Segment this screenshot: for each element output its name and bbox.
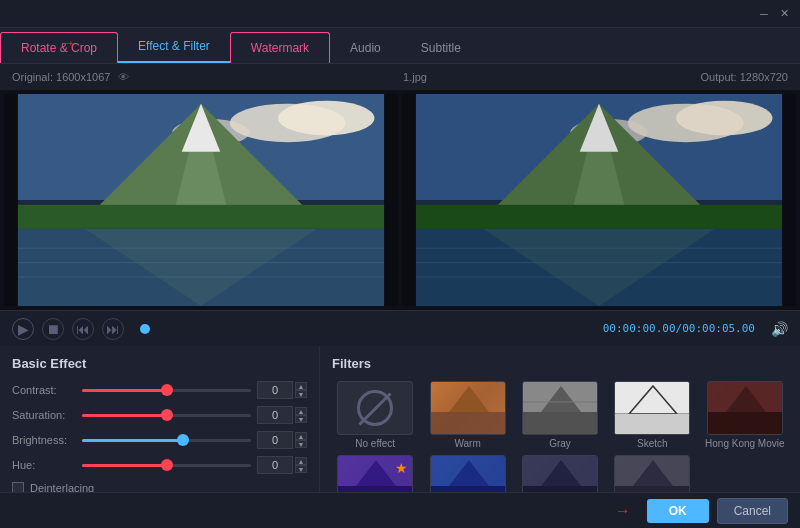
saturation-value[interactable] — [257, 406, 293, 424]
ok-arrow-indicator: → — [615, 502, 631, 520]
output-preview — [402, 94, 796, 306]
filename: 1.jpg — [129, 71, 700, 83]
stop-button[interactable]: ⏹ — [42, 318, 64, 340]
progress-indicator[interactable] — [140, 324, 150, 334]
hue-label: Hue: — [12, 459, 82, 471]
brightness-row: Brightness: ▲ ▼ — [12, 431, 307, 449]
right-video-panel — [402, 94, 796, 306]
no-effect-icon — [357, 390, 393, 426]
basic-effect-title: Basic Effect — [12, 356, 307, 371]
filter-warm[interactable]: Warm — [424, 381, 510, 449]
warm-preview — [431, 382, 506, 435]
ok-button[interactable]: OK — [647, 499, 709, 523]
filter-no-effect[interactable]: No effect — [332, 381, 418, 449]
tab-effect-filter[interactable]: Effect & Filter — [118, 31, 230, 63]
cancel-button[interactable]: Cancel — [717, 498, 788, 524]
close-button[interactable]: ✕ — [776, 6, 792, 22]
contrast-thumb[interactable] — [161, 384, 173, 396]
svg-rect-8 — [18, 205, 384, 229]
hue-spinner: ▲ ▼ — [295, 457, 307, 473]
time-display: 00:00:00.00/00:00:05.00 — [603, 322, 755, 335]
filter-sketch-thumb — [614, 381, 690, 435]
contrast-up[interactable]: ▲ — [295, 382, 307, 390]
brightness-track — [82, 439, 251, 442]
brightness-up[interactable]: ▲ — [295, 432, 307, 440]
star-badge: ★ — [395, 460, 408, 476]
filter-no-effect-label: No effect — [355, 438, 395, 449]
filter-hk-label: Hong Kong Movie — [705, 438, 785, 449]
original-preview — [4, 94, 398, 306]
filter-warm-thumb — [430, 381, 506, 435]
tab-bar: → Rotate & Crop Effect & Filter Watermar… — [0, 28, 800, 64]
contrast-value[interactable] — [257, 381, 293, 399]
info-bar: Original: 1600x1067 👁 1.jpg Output: 1280… — [0, 64, 800, 90]
contrast-down[interactable]: ▼ — [295, 390, 307, 398]
svg-rect-30 — [431, 412, 506, 435]
brightness-down[interactable]: ▼ — [295, 440, 307, 448]
brightness-label: Brightness: — [12, 434, 82, 446]
control-bar: ▶ ⏹ ⏮ ⏭ 00:00:00.00/00:00:05.00 🔊 — [0, 310, 800, 346]
sketch-preview — [615, 382, 690, 435]
filter-gray-label: Gray — [549, 438, 571, 449]
eye-icon[interactable]: 👁 — [118, 71, 129, 83]
tab-audio[interactable]: Audio — [330, 33, 401, 63]
brightness-spinner: ▲ ▼ — [295, 432, 307, 448]
contrast-slider-container — [82, 382, 251, 398]
current-time: 00:00:00.00 — [603, 322, 676, 335]
tab-subtitle[interactable]: Subtitle — [401, 33, 481, 63]
play-button[interactable]: ▶ — [12, 318, 34, 340]
hue-up[interactable]: ▲ — [295, 457, 307, 465]
saturation-slider-container — [82, 407, 251, 423]
preview-area — [0, 90, 800, 310]
prev-frame-button[interactable]: ⏮ — [72, 318, 94, 340]
svg-rect-22 — [416, 205, 782, 229]
brightness-slider-container — [82, 432, 251, 448]
hue-value[interactable] — [257, 456, 293, 474]
volume-icon[interactable]: 🔊 — [771, 321, 788, 337]
filter-sketch[interactable]: Sketch — [609, 381, 695, 449]
arrow-indicator: → — [60, 34, 76, 52]
original-size: Original: 1600x1067 — [12, 71, 110, 83]
saturation-label: Saturation: — [12, 409, 82, 421]
bottom-bar: → OK Cancel — [0, 492, 800, 528]
filter-hk-thumb — [707, 381, 783, 435]
svg-point-17 — [676, 101, 772, 136]
tab-watermark[interactable]: Watermark — [230, 32, 330, 63]
contrast-row: Contrast: ▲ ▼ — [12, 381, 307, 399]
hue-row: Hue: ▲ ▼ — [12, 456, 307, 474]
svg-rect-38 — [615, 414, 690, 435]
saturation-fill — [82, 414, 167, 417]
minimize-button[interactable]: ─ — [756, 6, 772, 22]
total-time: 00:00:05.00 — [682, 322, 755, 335]
contrast-label: Contrast: — [12, 384, 82, 396]
filter-no-effect-thumb — [337, 381, 413, 435]
svg-point-3 — [278, 101, 374, 136]
filter-gray-thumb — [522, 381, 598, 435]
filter-warm-label: Warm — [454, 438, 480, 449]
hk-preview — [708, 382, 783, 435]
next-frame-button[interactable]: ⏭ — [102, 318, 124, 340]
gray-preview — [523, 382, 598, 435]
saturation-up[interactable]: ▲ — [295, 407, 307, 415]
hue-track — [82, 464, 251, 467]
contrast-track — [82, 389, 251, 392]
hue-fill — [82, 464, 167, 467]
saturation-thumb[interactable] — [161, 409, 173, 421]
svg-rect-33 — [523, 412, 598, 435]
left-video-panel — [4, 94, 398, 306]
filter-gray[interactable]: Gray — [517, 381, 603, 449]
filter-hk-movie[interactable]: Hong Kong Movie — [702, 381, 788, 449]
brightness-thumb[interactable] — [177, 434, 189, 446]
brightness-value[interactable] — [257, 431, 293, 449]
hue-down[interactable]: ▼ — [295, 465, 307, 473]
saturation-down[interactable]: ▼ — [295, 415, 307, 423]
output-size: Output: 1280x720 — [701, 71, 788, 83]
hue-thumb[interactable] — [161, 459, 173, 471]
filter-sketch-label: Sketch — [637, 438, 668, 449]
hue-slider-container — [82, 457, 251, 473]
saturation-row: Saturation: ▲ ▼ — [12, 406, 307, 424]
saturation-spinner: ▲ ▼ — [295, 407, 307, 423]
title-bar: ─ ✕ — [0, 0, 800, 28]
contrast-spinner: ▲ ▼ — [295, 382, 307, 398]
saturation-track — [82, 414, 251, 417]
